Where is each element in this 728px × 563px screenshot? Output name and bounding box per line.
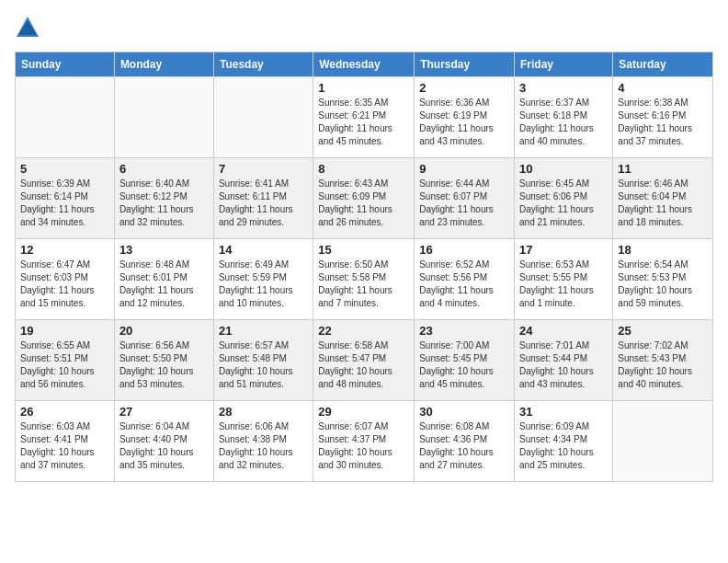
calendar-header-tuesday: Tuesday — [213, 52, 313, 77]
day-info-text: Sunrise: 6:39 AM Sunset: 6:14 PM Dayligh… — [20, 178, 109, 229]
calendar-day-cell: 22Sunrise: 6:58 AM Sunset: 5:47 PM Dayli… — [313, 320, 415, 401]
day-number: 2 — [419, 81, 509, 95]
calendar-header-row: SundayMondayTuesdayWednesdayThursdayFrid… — [16, 52, 713, 77]
day-number: 30 — [419, 405, 509, 419]
calendar-day-cell: 15Sunrise: 6:50 AM Sunset: 5:58 PM Dayli… — [313, 239, 415, 320]
day-number: 5 — [20, 162, 109, 176]
day-info-text: Sunrise: 6:58 AM Sunset: 5:47 PM Dayligh… — [318, 339, 409, 391]
day-number: 8 — [318, 162, 409, 176]
calendar-day-cell — [16, 77, 115, 158]
day-info-text: Sunrise: 6:38 AM Sunset: 6:16 PM Dayligh… — [618, 97, 708, 148]
calendar-day-cell: 26Sunrise: 6:03 AM Sunset: 4:41 PM Dayli… — [16, 401, 115, 482]
day-info-text: Sunrise: 6:54 AM Sunset: 5:53 PM Dayligh… — [618, 259, 708, 310]
calendar-day-cell: 9Sunrise: 6:44 AM Sunset: 6:07 PM Daylig… — [415, 158, 515, 239]
calendar-day-cell: 19Sunrise: 6:55 AM Sunset: 5:51 PM Dayli… — [16, 320, 115, 401]
page-header — [15, 15, 713, 40]
day-number: 11 — [618, 162, 708, 176]
day-number: 9 — [419, 162, 509, 176]
calendar-day-cell: 28Sunrise: 6:06 AM Sunset: 4:38 PM Dayli… — [213, 401, 313, 482]
calendar-day-cell: 30Sunrise: 6:08 AM Sunset: 4:36 PM Dayli… — [415, 401, 515, 482]
day-number: 29 — [318, 405, 409, 419]
calendar-header-friday: Friday — [515, 52, 613, 77]
calendar-day-cell — [114, 77, 213, 158]
calendar-day-cell: 5Sunrise: 6:39 AM Sunset: 6:14 PM Daylig… — [16, 158, 115, 239]
day-number: 7 — [219, 162, 308, 176]
day-info-text: Sunrise: 6:53 AM Sunset: 5:55 PM Dayligh… — [519, 259, 608, 310]
calendar-day-cell: 10Sunrise: 6:45 AM Sunset: 6:06 PM Dayli… — [515, 158, 613, 239]
day-info-text: Sunrise: 6:35 AM Sunset: 6:21 PM Dayligh… — [318, 97, 409, 148]
calendar-day-cell — [613, 401, 713, 482]
calendar-header-sunday: Sunday — [16, 52, 115, 77]
calendar-day-cell: 18Sunrise: 6:54 AM Sunset: 5:53 PM Dayli… — [613, 239, 713, 320]
day-info-text: Sunrise: 6:44 AM Sunset: 6:07 PM Dayligh… — [419, 178, 509, 229]
day-number: 26 — [20, 405, 109, 419]
day-info-text: Sunrise: 6:41 AM Sunset: 6:11 PM Dayligh… — [219, 178, 308, 229]
calendar-week-row: 12Sunrise: 6:47 AM Sunset: 6:03 PM Dayli… — [16, 239, 713, 320]
day-info-text: Sunrise: 6:08 AM Sunset: 4:36 PM Dayligh… — [419, 420, 509, 472]
calendar-day-cell: 13Sunrise: 6:48 AM Sunset: 6:01 PM Dayli… — [114, 239, 213, 320]
calendar-day-cell: 25Sunrise: 7:02 AM Sunset: 5:43 PM Dayli… — [613, 320, 713, 401]
day-info-text: Sunrise: 6:56 AM Sunset: 5:50 PM Dayligh… — [119, 339, 209, 391]
day-number: 25 — [618, 324, 708, 338]
logo-icon — [15, 15, 40, 40]
calendar-day-cell: 3Sunrise: 6:37 AM Sunset: 6:18 PM Daylig… — [515, 77, 613, 158]
day-info-text: Sunrise: 6:55 AM Sunset: 5:51 PM Dayligh… — [20, 339, 109, 391]
calendar-day-cell: 11Sunrise: 6:46 AM Sunset: 6:04 PM Dayli… — [613, 158, 713, 239]
day-info-text: Sunrise: 6:40 AM Sunset: 6:12 PM Dayligh… — [119, 178, 209, 229]
calendar-day-cell: 12Sunrise: 6:47 AM Sunset: 6:03 PM Dayli… — [16, 239, 115, 320]
calendar-day-cell: 7Sunrise: 6:41 AM Sunset: 6:11 PM Daylig… — [213, 158, 313, 239]
calendar-week-row: 5Sunrise: 6:39 AM Sunset: 6:14 PM Daylig… — [16, 158, 713, 239]
day-number: 12 — [20, 243, 109, 257]
day-number: 24 — [519, 324, 608, 338]
day-info-text: Sunrise: 6:43 AM Sunset: 6:09 PM Dayligh… — [318, 178, 409, 229]
day-number: 19 — [20, 324, 109, 338]
day-info-text: Sunrise: 6:04 AM Sunset: 4:40 PM Dayligh… — [119, 420, 209, 472]
calendar-day-cell: 23Sunrise: 7:00 AM Sunset: 5:45 PM Dayli… — [415, 320, 515, 401]
day-number: 3 — [519, 81, 608, 95]
calendar-week-row: 1Sunrise: 6:35 AM Sunset: 6:21 PM Daylig… — [16, 77, 713, 158]
day-number: 22 — [318, 324, 409, 338]
day-info-text: Sunrise: 6:48 AM Sunset: 6:01 PM Dayligh… — [119, 259, 209, 310]
calendar-day-cell: 24Sunrise: 7:01 AM Sunset: 5:44 PM Dayli… — [515, 320, 613, 401]
day-number: 17 — [519, 243, 608, 257]
day-info-text: Sunrise: 7:00 AM Sunset: 5:45 PM Dayligh… — [419, 339, 509, 391]
calendar-day-cell: 17Sunrise: 6:53 AM Sunset: 5:55 PM Dayli… — [515, 239, 613, 320]
day-info-text: Sunrise: 6:03 AM Sunset: 4:41 PM Dayligh… — [20, 420, 109, 472]
day-number: 1 — [318, 81, 409, 95]
day-info-text: Sunrise: 6:09 AM Sunset: 4:34 PM Dayligh… — [519, 420, 608, 472]
calendar-header-monday: Monday — [114, 52, 213, 77]
calendar-day-cell: 16Sunrise: 6:52 AM Sunset: 5:56 PM Dayli… — [415, 239, 515, 320]
day-number: 14 — [219, 243, 308, 257]
calendar-day-cell: 14Sunrise: 6:49 AM Sunset: 5:59 PM Dayli… — [213, 239, 313, 320]
day-info-text: Sunrise: 6:57 AM Sunset: 5:48 PM Dayligh… — [219, 339, 308, 391]
calendar-week-row: 19Sunrise: 6:55 AM Sunset: 5:51 PM Dayli… — [16, 320, 713, 401]
calendar-day-cell: 2Sunrise: 6:36 AM Sunset: 6:19 PM Daylig… — [415, 77, 515, 158]
calendar-day-cell: 1Sunrise: 6:35 AM Sunset: 6:21 PM Daylig… — [313, 77, 415, 158]
day-info-text: Sunrise: 6:37 AM Sunset: 6:18 PM Dayligh… — [519, 97, 608, 148]
day-number: 4 — [618, 81, 708, 95]
day-info-text: Sunrise: 6:50 AM Sunset: 5:58 PM Dayligh… — [318, 259, 409, 310]
calendar-day-cell: 20Sunrise: 6:56 AM Sunset: 5:50 PM Dayli… — [114, 320, 213, 401]
logo — [15, 15, 44, 40]
calendar-day-cell — [213, 77, 313, 158]
day-info-text: Sunrise: 6:36 AM Sunset: 6:19 PM Dayligh… — [419, 97, 509, 148]
day-info-text: Sunrise: 6:46 AM Sunset: 6:04 PM Dayligh… — [618, 178, 708, 229]
day-number: 15 — [318, 243, 409, 257]
day-info-text: Sunrise: 6:06 AM Sunset: 4:38 PM Dayligh… — [219, 420, 308, 472]
day-number: 28 — [219, 405, 308, 419]
calendar-day-cell: 29Sunrise: 6:07 AM Sunset: 4:37 PM Dayli… — [313, 401, 415, 482]
calendar-day-cell: 6Sunrise: 6:40 AM Sunset: 6:12 PM Daylig… — [114, 158, 213, 239]
day-number: 10 — [519, 162, 608, 176]
day-info-text: Sunrise: 6:52 AM Sunset: 5:56 PM Dayligh… — [419, 259, 509, 310]
calendar-header-thursday: Thursday — [415, 52, 515, 77]
day-number: 13 — [119, 243, 209, 257]
day-info-text: Sunrise: 6:45 AM Sunset: 6:06 PM Dayligh… — [519, 178, 608, 229]
calendar-day-cell: 31Sunrise: 6:09 AM Sunset: 4:34 PM Dayli… — [515, 401, 613, 482]
day-info-text: Sunrise: 6:47 AM Sunset: 6:03 PM Dayligh… — [20, 259, 109, 310]
day-number: 27 — [119, 405, 209, 419]
day-info-text: Sunrise: 7:01 AM Sunset: 5:44 PM Dayligh… — [519, 339, 608, 391]
calendar-day-cell: 27Sunrise: 6:04 AM Sunset: 4:40 PM Dayli… — [114, 401, 213, 482]
day-number: 6 — [119, 162, 209, 176]
calendar-day-cell: 8Sunrise: 6:43 AM Sunset: 6:09 PM Daylig… — [313, 158, 415, 239]
calendar-header-saturday: Saturday — [613, 52, 713, 77]
